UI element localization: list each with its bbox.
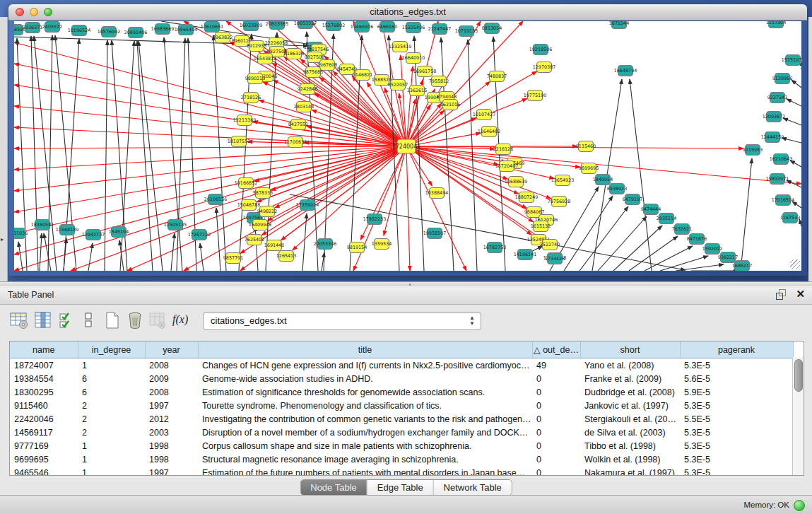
table-cell[interactable]: 0: [532, 426, 580, 439]
table-cell[interactable]: Disruption of a novel member of a sodium…: [198, 426, 532, 439]
tab-edge-table[interactable]: Edge Table: [367, 480, 434, 495]
graph-node-teal[interactable]: 20891406: [124, 28, 148, 38]
graph-node-yellow[interactable]: 8522057: [388, 80, 408, 90]
graph-node-yellow[interactable]: 12970387: [533, 62, 556, 73]
scrollbar-thumb[interactable]: [794, 359, 803, 392]
graph-node-yellow[interactable]: 2718126: [241, 93, 261, 103]
table-cell[interactable]: Nakamura et al. (1997): [580, 466, 680, 476]
graph-node-yellow[interactable]: 8186328: [284, 49, 304, 59]
graph-node-teal[interactable]: 16033809: [240, 21, 263, 31]
graph-node-teal[interactable]: 8813034: [482, 23, 502, 34]
graph-node-teal[interactable]: 1685217: [732, 261, 752, 271]
graph-node-yellow[interactable]: 9115460: [576, 141, 596, 152]
graph-node-teal[interactable]: 1545194: [109, 227, 129, 238]
table-mode-icon[interactable]: [10, 311, 28, 329]
graph-node-teal[interactable]: 2405572: [42, 22, 62, 33]
table-cell[interactable]: 49: [532, 358, 580, 373]
graph-node-teal[interactable]: 12093872: [763, 112, 786, 122]
graph-node-teal[interactable]: 12444159: [761, 132, 784, 143]
table-row[interactable]: 1872400712008Changes of HCN gene express…: [10, 358, 793, 373]
table-cell[interactable]: 1: [78, 358, 145, 373]
table-cell[interactable]: 1997: [145, 466, 198, 476]
tab-node-table[interactable]: Node Table: [300, 480, 367, 495]
table-cell[interactable]: Wolkin et al. (1998): [580, 452, 680, 466]
graph-node-yellow[interactable]: 9146821: [353, 70, 372, 81]
graph-node-teal[interactable]: 1733426: [545, 254, 565, 264]
table-cell[interactable]: Franke et al. (2009): [580, 372, 680, 385]
graph-node-yellow[interactable]: 7963822: [213, 33, 233, 43]
graph-node-yellow[interactable]: 1691440: [264, 240, 284, 251]
graph-node-teal[interactable]: 1671244: [609, 21, 629, 29]
table-cell[interactable]: 0: [532, 412, 580, 426]
table-cell[interactable]: Changes of HCN gene expression and I(f) …: [198, 358, 532, 373]
table-cell[interactable]: 0: [532, 385, 580, 399]
graph-node-teal[interactable]: 9362217: [718, 252, 738, 263]
graph-node-yellow[interactable]: 19775190: [524, 90, 547, 101]
expand-panel-icon[interactable]: ▸: [1, 236, 4, 243]
node-attribute-table[interactable]: namein_degreeyeartitle△ out_de…shortpage…: [10, 341, 794, 476]
table-cell[interactable]: 5.3E-5: [680, 399, 793, 412]
graph-node-yellow[interactable]: 7625402: [245, 235, 264, 245]
graph-node-teal[interactable]: 12505135: [164, 220, 187, 230]
column-header-year[interactable]: year: [145, 341, 198, 358]
graph-node-teal[interactable]: 17016504: [772, 195, 795, 206]
table-cell[interactable]: Investigating the contribution of common…: [198, 412, 532, 426]
graph-node-yellow[interactable]: 11700631: [284, 137, 307, 148]
table-cell[interactable]: 1: [78, 452, 145, 466]
table-cell[interactable]: 1: [78, 439, 145, 452]
table-header-row[interactable]: namein_degreeyeartitle△ out_de…shortpage…: [10, 341, 793, 358]
graph-node-yellow[interactable]: 12213369: [233, 115, 257, 126]
network-graph-canvas[interactable]: 8808599933637124055721019652418576092208…: [14, 21, 801, 271]
graph-node-yellow[interactable]: 8912935: [247, 41, 266, 52]
graph-node-teal[interactable]: 19958107: [423, 228, 447, 239]
table-cell[interactable]: Structural magnetic resonance image aver…: [198, 452, 532, 466]
graph-node-yellow[interactable]: 13654923: [551, 175, 575, 186]
table-cell[interactable]: Genome-wide association studies in ADHD.: [198, 372, 532, 385]
graph-node-teal[interactable]: 7632621: [672, 224, 692, 235]
table-cell[interactable]: 5.3E-5: [680, 452, 793, 466]
function-builder-button[interactable]: f(x): [172, 313, 191, 332]
table-row[interactable]: 911546021997Tourette syndrome. Phenomeno…: [10, 399, 793, 412]
table-cell[interactable]: Dudbridge et al. (2008): [580, 385, 680, 399]
table-cell[interactable]: 1998: [145, 439, 198, 452]
tab-network-table[interactable]: Network Table: [434, 480, 512, 495]
graph-node-teal[interactable]: 9227343: [767, 93, 787, 103]
graph-node-teal[interactable]: 17957222: [188, 230, 211, 240]
table-cell[interactable]: 22420046: [10, 412, 78, 426]
table-cell[interactable]: 5.3E-5: [680, 439, 793, 452]
table-cell[interactable]: 2008: [145, 358, 198, 373]
table-row[interactable]: 977716911998Corpus callosum shape and si…: [10, 439, 793, 452]
show-columns-icon[interactable]: [34, 311, 52, 329]
graph-node-teal[interactable]: 17952233: [363, 214, 387, 225]
graph-node-yellow[interactable]: 9875685: [303, 67, 323, 78]
table-cell[interactable]: 18300295: [10, 385, 78, 399]
graph-node-teal[interactable]: 19218506: [529, 45, 553, 55]
graph-node-teal[interactable]: 12942737: [82, 230, 105, 240]
table-cell[interactable]: 5.5E-5: [680, 412, 793, 426]
table-cell[interactable]: 5.3E-5: [680, 358, 793, 373]
graph-node-teal[interactable]: 16210643: [770, 154, 793, 165]
table-cell[interactable]: 2008: [145, 385, 198, 399]
graph-node-teal[interactable]: 6479197: [623, 194, 642, 205]
table-row[interactable]: 969969511998Structural magnetic resonanc…: [10, 452, 793, 466]
column-header-in_degree[interactable]: in_degree: [78, 341, 145, 358]
graph-node-yellow[interactable]: 16961758: [413, 66, 437, 77]
graph-node-teal[interactable]: 20206556: [204, 194, 228, 205]
results-panel-collapsed-edge[interactable]: [808, 17, 812, 281]
graph-node-teal[interactable]: 8938923: [607, 184, 627, 194]
graph-node-yellow[interactable]: 2522740: [540, 240, 560, 250]
table-cell[interactable]: 14569117: [10, 426, 78, 439]
graph-node-teal[interactable]: 15751074: [782, 55, 801, 66]
delete-columns-icon[interactable]: [126, 311, 144, 329]
table-row[interactable]: 1938455462009Genome-wide association stu…: [10, 372, 793, 385]
control-panel-collapsed-edge[interactable]: ▸: [0, 17, 8, 281]
graph-node-yellow[interactable]: 5878335: [253, 188, 273, 199]
graph-node-teal[interactable]: 1117304: [766, 21, 786, 28]
graph-node-yellow[interactable]: 7480837: [487, 71, 507, 82]
graph-node-yellow[interactable]: 2216126: [493, 144, 513, 155]
graph-node-yellow[interactable]: 9819154: [347, 243, 367, 253]
graph-node-teal[interactable]: 16983669: [151, 24, 175, 35]
table-cell[interactable]: Tibbo et al. (1998): [580, 439, 680, 452]
graph-node-yellow[interactable]: 7955812: [429, 76, 449, 87]
graph-node-yellow[interactable]: 9242848: [298, 84, 317, 95]
